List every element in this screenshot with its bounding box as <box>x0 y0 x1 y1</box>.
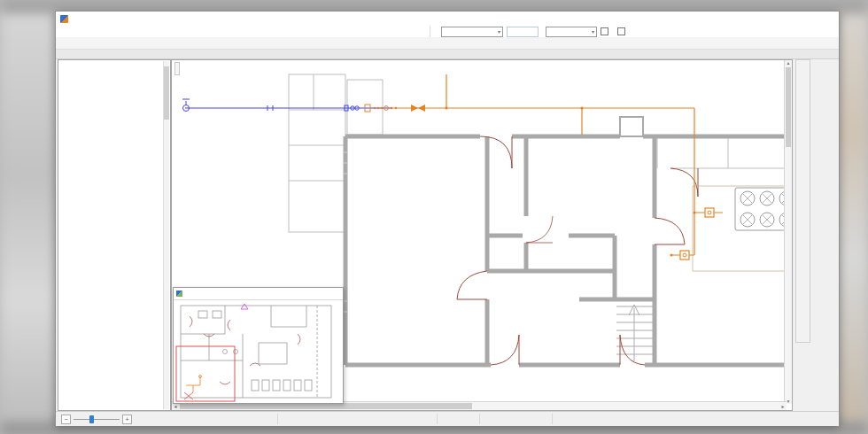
main-area: ▲ ▼ ◄ ► <box>56 59 839 411</box>
property-panel-scrollbar[interactable] <box>163 61 169 409</box>
title-bar <box>56 12 839 26</box>
app-window: ▾ ▾ <box>55 11 840 425</box>
property-grid <box>58 60 165 410</box>
drawing-canvas[interactable]: ▲ ▼ ◄ ► <box>171 59 793 411</box>
zoom-slider: − + <box>61 415 132 424</box>
view-toolbar <box>795 59 810 343</box>
vertical-scroll-thumb[interactable] <box>786 67 791 147</box>
network-drawing-toolbar <box>174 62 180 75</box>
red-checkbox[interactable] <box>601 27 608 35</box>
slider-handle[interactable] <box>89 415 94 423</box>
scroll-up-icon[interactable]: ▲ <box>785 60 792 66</box>
vista-global-titlebar[interactable] <box>174 288 343 300</box>
planta-activa-select[interactable]: ▾ <box>441 27 503 37</box>
vista-global-miniplan[interactable] <box>174 300 343 404</box>
desktop-backdrop-right <box>836 9 868 425</box>
imagen-checkbox[interactable] <box>617 27 625 35</box>
scroll-right-icon[interactable]: ► <box>779 404 787 409</box>
slider-track[interactable] <box>74 419 120 420</box>
chevron-down-icon: ▾ <box>498 28 500 35</box>
status-bar: − + <box>56 411 839 426</box>
app-icon <box>60 15 68 23</box>
canvas-vertical-scrollbar[interactable]: ▲ ▼ <box>784 60 792 404</box>
chevron-down-icon: ▾ <box>592 28 594 35</box>
desktop-backdrop-left <box>0 9 58 425</box>
main-toolbar <box>56 37 839 50</box>
vista-global-window <box>173 287 344 404</box>
slider-minus-button[interactable]: − <box>61 415 71 424</box>
vista-global-icon <box>176 291 182 297</box>
height-field[interactable] <box>507 27 539 37</box>
planta-auxiliar-select[interactable]: ▾ <box>546 27 597 37</box>
menu-bar: ▾ ▾ <box>56 26 839 38</box>
planta-toolbar: ▾ ▾ <box>430 26 631 37</box>
module-tabs <box>56 50 839 59</box>
property-panel <box>58 59 171 411</box>
slider-plus-button[interactable]: + <box>122 415 132 424</box>
